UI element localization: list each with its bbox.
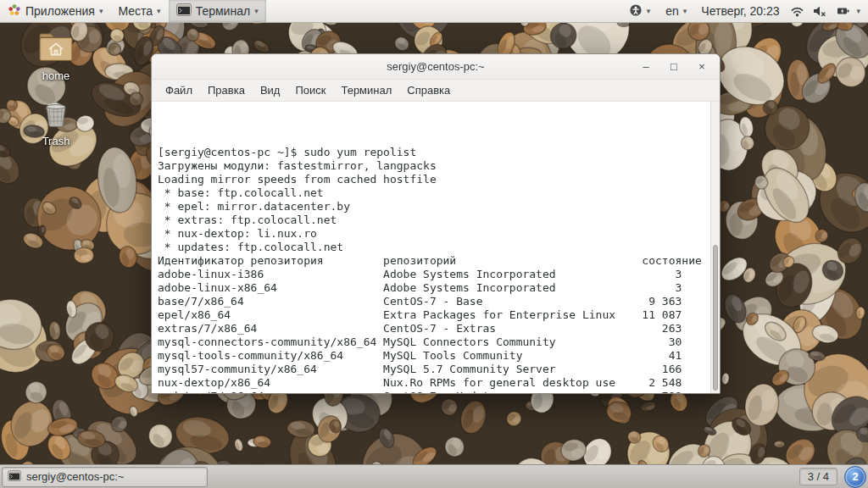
terminal-line: Загружены модули: fastestmirror, langpac… xyxy=(158,159,710,173)
notification-badge[interactable]: 2 xyxy=(844,466,866,488)
window-titlebar[interactable]: sergiy@centos-pc:~ – □ × xyxy=(152,54,720,80)
terminal-line: epel/x86_64 Extra Packages for Enterpris… xyxy=(158,308,710,322)
terminal-line: Идентификатор репозитория репозиторий со… xyxy=(158,254,710,268)
places-menu-label: Места xyxy=(118,4,153,18)
terminal-line: * extras: ftp.colocall.net xyxy=(158,214,710,227)
applications-menu-label: Приложения xyxy=(25,4,95,18)
top-panel: Приложения ▾ Места ▾ Терминал ▾ xyxy=(0,0,868,23)
trash-icon xyxy=(39,117,73,131)
close-button[interactable]: × xyxy=(691,58,713,76)
menu-view[interactable]: Вид xyxy=(253,81,287,99)
terminal-line: mysql57-community/x86_64 MySQL 5.7 Commu… xyxy=(158,363,710,376)
terminal-line: [sergiy@centos-pc ~]$ sudo yum repolist xyxy=(158,146,710,159)
taskbar-task-terminal[interactable]: sergiy@centos-pc:~ xyxy=(2,467,208,487)
scrollbar-thumb[interactable] xyxy=(713,245,718,391)
terminal-line: base/7/x86_64 CentOS-7 - Base 9 363 xyxy=(158,295,710,308)
chevron-down-icon: ▾ xyxy=(856,8,860,15)
terminal-line: mysql-tools-community/x86_64 MySQL Tools… xyxy=(158,349,710,363)
workspace-pager[interactable]: 3 / 4 xyxy=(799,468,837,485)
clock[interactable]: Четверг, 20:23 xyxy=(694,4,786,18)
menu-help[interactable]: Справка xyxy=(400,81,457,99)
terminal-window: sergiy@centos-pc:~ – □ × Файл Правка Вид… xyxy=(151,53,721,394)
chevron-down-icon: ▾ xyxy=(254,8,259,15)
applications-menu[interactable]: Приложения ▾ xyxy=(0,0,110,22)
wifi-icon[interactable] xyxy=(786,0,809,22)
battery-charging-icon[interactable] xyxy=(832,0,854,22)
terminal-line: adobe-linux-i386 Adobe Systems Incorpora… xyxy=(158,268,710,281)
taskbar-right: 3 / 4 2 xyxy=(799,466,866,488)
terminal-line: updates/7/x86_64 CentOS-7 - Updates 799 xyxy=(158,390,710,393)
desktop-icon-label: Trash xyxy=(29,135,83,147)
desktop-icon-label: home xyxy=(29,69,83,82)
menu-edit[interactable]: Правка xyxy=(201,81,252,99)
chevron-down-icon: ▾ xyxy=(683,8,687,15)
terminal-body[interactable]: [sergiy@centos-pc ~]$ sudo yum repolistЗ… xyxy=(152,102,720,393)
terminal-line: * updates: ftp.colocall.net xyxy=(158,241,710,254)
chevron-down-icon: ▾ xyxy=(99,8,103,15)
chevron-down-icon: ▾ xyxy=(157,8,161,15)
active-app-menu-label: Терминал xyxy=(196,4,250,18)
language-indicator[interactable]: en ▾ xyxy=(658,0,694,22)
terminal-line: * epel: mirror.datacenter.by xyxy=(158,200,710,214)
desktop-icon-trash[interactable]: Trash xyxy=(29,95,83,147)
terminal-line: nux-dextop/x86_64 Nux.Ro RPMs for genera… xyxy=(158,376,710,390)
task-label: sergiy@centos-pc:~ xyxy=(26,470,124,483)
active-app-menu-terminal[interactable]: Терминал ▾ xyxy=(169,0,266,22)
volume-muted-icon[interactable] xyxy=(809,0,832,22)
language-label: en xyxy=(665,4,679,18)
applications-icon xyxy=(8,3,21,19)
home-folder-icon xyxy=(37,52,75,66)
desktop: Приложения ▾ Места ▾ Терминал ▾ xyxy=(0,0,868,488)
terminal-icon xyxy=(176,3,192,19)
menu-search[interactable]: Поиск xyxy=(288,81,332,99)
terminal-line: extras/7/x86_64 CentOS-7 - Extras 263 xyxy=(158,322,710,336)
maximize-button[interactable]: □ xyxy=(663,58,685,76)
panel-left: Приложения ▾ Места ▾ Терминал ▾ xyxy=(0,0,266,22)
terminal-line: * nux-dextop: li.nux.ro xyxy=(158,227,710,241)
minimize-button[interactable]: – xyxy=(635,58,657,76)
terminal-line: * base: ftp.colocall.net xyxy=(158,186,710,200)
desktop-icon-home[interactable]: home xyxy=(29,32,83,82)
accessibility-icon xyxy=(629,3,643,19)
terminal-line: Loading mirror speeds from cached hostfi… xyxy=(158,173,710,186)
terminal-line: adobe-linux-x86_64 Adobe Systems Incorpo… xyxy=(158,281,710,295)
terminal-icon xyxy=(8,469,21,485)
chevron-down-icon: ▾ xyxy=(647,8,651,15)
terminal-scrollbar[interactable] xyxy=(710,102,720,393)
accessibility-menu[interactable]: ▾ xyxy=(621,0,659,22)
window-controls: – □ × xyxy=(629,54,713,79)
terminal-output: [sergiy@centos-pc ~]$ sudo yum repolistЗ… xyxy=(152,102,710,393)
places-menu[interactable]: Места ▾ xyxy=(110,0,168,22)
window-menubar: Файл Правка Вид Поиск Терминал Справка xyxy=(152,80,720,102)
terminal-line: mysql-connectors-community/x86_64 MySQL … xyxy=(158,336,710,349)
menu-terminal[interactable]: Терминал xyxy=(334,81,398,99)
menu-file[interactable]: Файл xyxy=(159,81,199,99)
taskbar: sergiy@centos-pc:~ 3 / 4 2 xyxy=(0,464,868,488)
panel-right: ▾ en ▾ Четверг, 20:23 xyxy=(621,0,868,22)
system-menu[interactable]: ▾ xyxy=(854,0,868,22)
window-title: sergiy@centos-pc:~ xyxy=(387,60,484,73)
